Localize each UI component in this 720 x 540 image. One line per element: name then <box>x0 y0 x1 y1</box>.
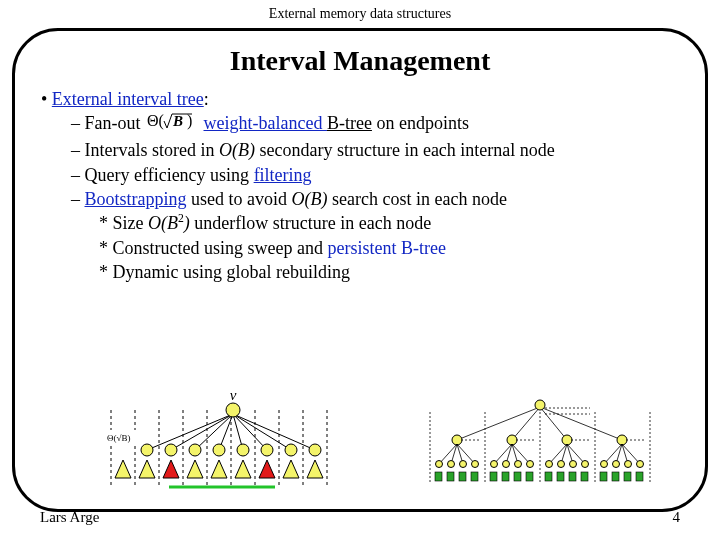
body-content: • External interval tree: – Fan-out Θ( B… <box>37 87 683 284</box>
svg-point-28 <box>285 444 297 456</box>
svg-point-92 <box>637 461 644 468</box>
dash: – <box>71 113 85 133</box>
svg-point-81 <box>491 461 498 468</box>
star: * Dynamic using global rebuilding <box>99 262 350 282</box>
tail: secondary structure in each internal nod… <box>255 140 555 160</box>
svg-point-27 <box>261 444 273 456</box>
svg-marker-36 <box>259 460 275 478</box>
svg-point-50 <box>535 400 545 410</box>
link: filtering <box>254 165 312 185</box>
tail: underflow structure in each node <box>190 213 431 233</box>
svg-marker-32 <box>163 460 179 478</box>
svg-rect-99 <box>514 472 521 481</box>
footer-page-number: 4 <box>673 509 681 526</box>
svg-point-82 <box>503 461 510 468</box>
slide-header: External memory data structures <box>0 0 720 24</box>
svg-rect-98 <box>502 472 509 481</box>
pre: Fan-out <box>85 113 146 133</box>
svg-rect-108 <box>636 472 643 481</box>
star: * Constructed using sweep and <box>99 238 327 258</box>
dash: – Query efficiency using <box>71 165 254 185</box>
svg-rect-105 <box>600 472 607 481</box>
bullet-text: External interval tree <box>52 89 204 109</box>
svg-point-56 <box>617 435 627 445</box>
svg-rect-107 <box>624 472 631 481</box>
svg-point-91 <box>625 461 632 468</box>
dash: – Intervals stored in <box>71 140 219 160</box>
svg-line-14 <box>171 414 233 450</box>
svg-point-25 <box>213 444 225 456</box>
svg-line-47 <box>512 407 540 440</box>
svg-rect-96 <box>471 472 478 481</box>
svg-point-53 <box>452 435 462 445</box>
svg-point-26 <box>237 444 249 456</box>
svg-rect-97 <box>490 472 497 481</box>
bullet-level2: – Fan-out Θ( B ) weight-balanced B-tree … <box>71 111 683 138</box>
slide-frame: Interval Management • External interval … <box>12 28 708 512</box>
svg-point-89 <box>601 461 608 468</box>
svg-point-23 <box>165 444 177 456</box>
svg-point-54 <box>507 435 517 445</box>
bullet-level3: * Size O(B2) underflow structure in each… <box>99 211 683 235</box>
star: * Size <box>99 213 148 233</box>
svg-point-79 <box>460 461 467 468</box>
svg-rect-100 <box>526 472 533 481</box>
svg-marker-35 <box>235 460 251 478</box>
svg-rect-101 <box>545 472 552 481</box>
svg-point-86 <box>558 461 565 468</box>
link: weight-balanced <box>204 113 327 133</box>
svg-line-48 <box>540 407 567 440</box>
plain2: B-tree <box>396 238 445 258</box>
svg-rect-102 <box>557 472 564 481</box>
svg-point-88 <box>582 461 589 468</box>
svg-marker-38 <box>307 460 323 478</box>
svg-marker-31 <box>139 460 155 478</box>
svg-rect-103 <box>569 472 576 481</box>
plain1: persistent <box>327 238 396 258</box>
math1: O(B <box>148 213 178 233</box>
bullet-tail: : <box>204 89 209 109</box>
svg-rect-93 <box>435 472 442 481</box>
svg-point-77 <box>436 461 443 468</box>
v-label: v <box>230 392 237 403</box>
svg-point-55 <box>562 435 572 445</box>
bullet-level1: • External interval tree: <box>41 87 683 111</box>
svg-text:Θ(: Θ( <box>147 112 164 130</box>
svg-rect-106 <box>612 472 619 481</box>
svg-point-90 <box>613 461 620 468</box>
svg-marker-37 <box>283 460 299 478</box>
theta-sqrt-b-inline: Θ( B ) <box>147 111 197 137</box>
tail: search cost in each node <box>327 189 506 209</box>
math: O(B) <box>219 140 255 160</box>
tail: on endpoints <box>372 113 469 133</box>
svg-rect-94 <box>447 472 454 481</box>
math: O(B) <box>292 189 328 209</box>
svg-text:): ) <box>187 112 192 130</box>
slide-title: Interval Management <box>37 45 683 77</box>
u-tail: B-tree <box>327 113 372 133</box>
svg-point-21 <box>226 403 240 417</box>
svg-point-84 <box>527 461 534 468</box>
svg-marker-34 <box>211 460 227 478</box>
svg-rect-104 <box>581 472 588 481</box>
svg-point-24 <box>189 444 201 456</box>
svg-marker-30 <box>115 460 131 478</box>
bullet-level3: * Dynamic using global rebuilding <box>99 260 683 284</box>
bullet-level2: – Bootstrapping used to avoid O(B) searc… <box>71 187 683 211</box>
bullet-marker: • <box>41 89 52 109</box>
theta-label-small: Θ(√B) <box>107 433 130 443</box>
slide: External memory data structures Interval… <box>0 0 720 540</box>
bullet-level3: * Constructed using sweep and persistent… <box>99 236 683 260</box>
svg-line-15 <box>195 414 233 450</box>
svg-line-46 <box>457 407 540 440</box>
svg-text:B: B <box>172 113 183 129</box>
svg-point-87 <box>570 461 577 468</box>
bullet-level2: – Intervals stored in O(B) secondary str… <box>71 138 683 162</box>
svg-point-85 <box>546 461 553 468</box>
svg-line-49 <box>540 407 622 440</box>
svg-marker-33 <box>187 460 203 478</box>
svg-point-83 <box>515 461 522 468</box>
svg-point-29 <box>309 444 321 456</box>
svg-point-80 <box>472 461 479 468</box>
diagrams: v <box>105 392 665 497</box>
